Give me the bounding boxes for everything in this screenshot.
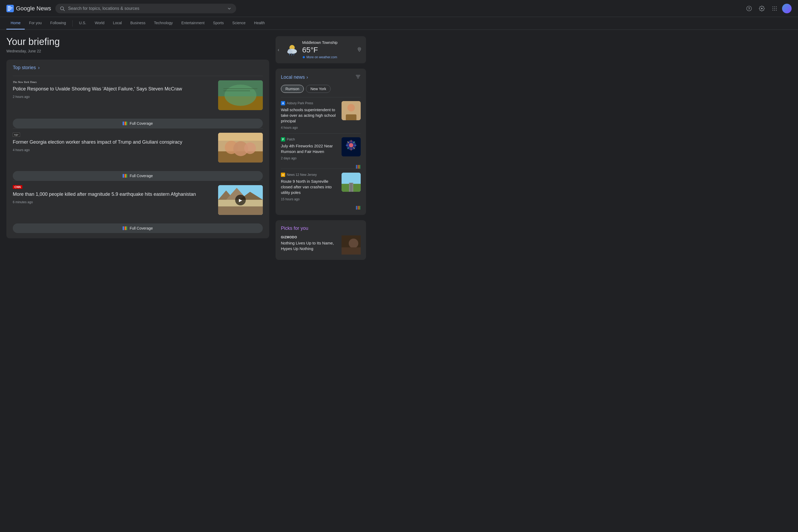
local-news-arrow: › <box>306 75 308 80</box>
local-item-2-footer <box>281 165 361 169</box>
svg-point-17 <box>776 10 777 11</box>
story-2-content: npr Former Georgia election worker share… <box>13 133 214 152</box>
pick-item-1[interactable]: GIZMODO Nothing Lives Up to Its Name, Hy… <box>281 235 361 254</box>
local-title-area[interactable]: Local news › <box>281 75 308 80</box>
story-3[interactable]: CNN More than 1,000 people killed after … <box>13 180 263 219</box>
search-input[interactable] <box>68 6 224 11</box>
weather-icon-area <box>285 43 299 57</box>
avatar[interactable] <box>782 4 792 13</box>
nav-health[interactable]: Health <box>250 17 269 30</box>
weather-info: Middletown Township 65°F More on weather… <box>302 40 361 59</box>
story-3-time: 6 minutes ago <box>13 200 33 204</box>
pick-item-1-source: GIZMODO <box>281 235 338 239</box>
help-button[interactable]: ? <box>744 3 754 14</box>
search-dropdown-icon[interactable] <box>227 6 232 11</box>
nav-technology[interactable]: Technology <box>150 17 177 30</box>
svg-point-27 <box>244 142 256 154</box>
svg-point-48 <box>347 104 355 111</box>
weather-icon <box>285 43 299 57</box>
local-item-2-headline: July 4th Fireworks 2022 Near Rumson and … <box>281 143 338 154</box>
local-item-1-source: A Asbury Park Press <box>281 101 338 105</box>
filter-icon[interactable] <box>355 74 361 81</box>
svg-rect-22 <box>224 91 250 91</box>
local-item-3[interactable]: 12 News 12 New Jersey Route 9 North in S… <box>281 169 361 205</box>
top-stories-arrow: › <box>38 65 40 71</box>
nav-for-you[interactable]: For you <box>25 17 46 30</box>
nav-us[interactable]: U.S. <box>75 17 91 30</box>
story-2-full-coverage[interactable]: Full Coverage <box>13 171 263 180</box>
full-coverage-icon-3 <box>122 226 128 230</box>
weather-link-dot <box>302 56 305 59</box>
weather-prev-button[interactable]: ‹ <box>278 47 279 53</box>
nav-sports[interactable]: Sports <box>209 17 228 30</box>
local-item-3-thumb <box>342 173 361 192</box>
local-news-card: Local news › Rumson New York <box>276 69 366 215</box>
svg-point-15 <box>773 10 773 11</box>
nav-home[interactable]: Home <box>6 17 25 30</box>
local-item-2[interactable]: P Patch July 4th Fireworks 2022 Near Rum… <box>281 133 361 164</box>
nav-following[interactable]: Following <box>46 17 70 30</box>
story-1-source: The New York Times <box>13 80 214 83</box>
story-3-headline: More than 1,000 people killed after magn… <box>13 191 214 198</box>
svg-rect-67 <box>342 247 361 254</box>
story-1-headline: Police Response to Uvalde Shooting Was '… <box>13 86 214 92</box>
video-play-button[interactable]: ▶ <box>235 195 246 205</box>
local-item-1-time: 4 hours ago <box>281 126 298 130</box>
npr-logo: npr <box>13 133 20 137</box>
story-1[interactable]: The New York Times Police Response to Uv… <box>13 76 263 114</box>
right-column: ‹ Middletown Township 65°F <box>276 36 366 260</box>
svg-point-42 <box>303 56 305 58</box>
local-item-3-headline: Route 9 North in Sayreville closed after… <box>281 178 338 195</box>
svg-rect-3 <box>8 9 12 9</box>
local-item-3-footer <box>281 206 361 210</box>
story-3-image: ▶ <box>218 185 263 215</box>
header: Google News ? <box>0 0 798 17</box>
story-1-image <box>218 80 263 110</box>
svg-point-38 <box>287 50 292 54</box>
apps-button[interactable] <box>769 3 780 14</box>
nav-world[interactable]: World <box>91 17 109 30</box>
tab-rumson[interactable]: Rumson <box>281 85 304 93</box>
header-icons: ? <box>744 3 792 14</box>
story-1-content: The New York Times Police Response to Uv… <box>13 80 214 99</box>
search-bar[interactable] <box>55 4 236 13</box>
story-1-image-svg <box>218 80 263 110</box>
top-stories-header[interactable]: Top stories › <box>13 65 263 71</box>
nav-business[interactable]: Business <box>126 17 150 30</box>
svg-point-13 <box>774 8 775 9</box>
settings-button[interactable] <box>757 3 767 14</box>
logo[interactable]: Google News <box>6 5 51 12</box>
svg-line-39 <box>289 54 290 55</box>
local-item-1-source-name: Asbury Park Press <box>287 101 313 105</box>
weather-location-icon[interactable] <box>357 47 362 53</box>
picks-title: Picks for you <box>281 226 361 231</box>
full-coverage-label-2: Full Coverage <box>130 174 153 178</box>
local-item-1[interactable]: A Asbury Park Press Wall schools superin… <box>281 97 361 133</box>
svg-rect-1 <box>8 6 11 7</box>
svg-text:?: ? <box>748 6 750 11</box>
full-coverage-icon-1 <box>122 121 128 125</box>
nav-local[interactable]: Local <box>109 17 126 30</box>
story-2-headline: Former Georgia election worker shares im… <box>13 139 214 146</box>
gizmodo-thumb-svg <box>342 235 361 254</box>
story-1-full-coverage[interactable]: Full Coverage <box>13 119 263 128</box>
nav-science[interactable]: Science <box>228 17 250 30</box>
fireworks-thumb-svg <box>342 137 361 156</box>
story-2[interactable]: npr Former Georgia election worker share… <box>13 128 263 167</box>
tab-new-york[interactable]: New York <box>306 85 331 93</box>
story-3-full-coverage[interactable]: Full Coverage <box>13 224 263 233</box>
local-item-2-thumb <box>342 137 361 156</box>
local-item-2-time: 2 days ago <box>281 156 297 160</box>
svg-line-41 <box>294 54 294 55</box>
local-news-title: Local news <box>281 75 305 80</box>
road-thumb-svg <box>342 173 361 192</box>
weather-link[interactable]: More on weather.com <box>302 55 361 59</box>
local-item-2-source: P Patch <box>281 137 338 141</box>
pick-item-1-content: GIZMODO Nothing Lives Up to Its Name, Hy… <box>281 235 338 251</box>
briefing-date: Wednesday, June 22 <box>6 49 269 53</box>
svg-point-12 <box>773 8 773 9</box>
nav-entertainment[interactable]: Entertainment <box>177 17 209 30</box>
svg-rect-2 <box>8 7 13 8</box>
pick-item-1-headline: Nothing Lives Up to Its Name, Hypes Up N… <box>281 240 338 251</box>
google-news-logo-icon <box>6 5 14 12</box>
